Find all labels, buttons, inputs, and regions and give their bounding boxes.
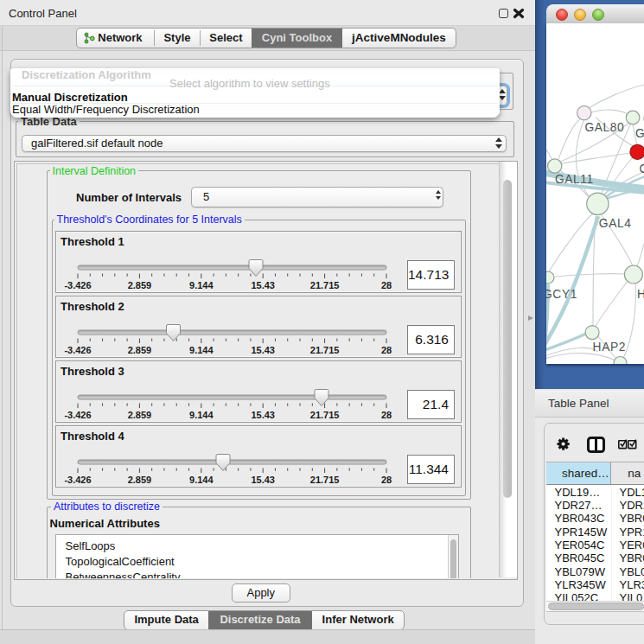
svg-text:2.859: 2.859 — [128, 410, 152, 420]
svg-text:21.715: 21.715 — [310, 475, 340, 485]
svg-text:GAL4: GAL4 — [598, 217, 631, 230]
svg-text:9.144: 9.144 — [189, 280, 214, 290]
svg-text:2.859: 2.859 — [128, 345, 152, 355]
svg-text:9.144: 9.144 — [189, 345, 214, 355]
svg-text:9.144: 9.144 — [189, 475, 214, 485]
svg-text:28: 28 — [381, 410, 392, 420]
svg-text:2.859: 2.859 — [128, 280, 152, 290]
svg-text:21.715: 21.715 — [310, 410, 340, 420]
svg-text:2.859: 2.859 — [128, 475, 152, 485]
svg-text:H: H — [637, 288, 644, 301]
svg-text:28: 28 — [381, 475, 392, 485]
svg-text:15.43: 15.43 — [251, 475, 275, 485]
svg-text:-3.426: -3.426 — [64, 345, 91, 355]
svg-text:15.43: 15.43 — [251, 345, 275, 355]
svg-text:-3.426: -3.426 — [64, 475, 91, 485]
svg-text:GCY1: GCY1 — [546, 288, 577, 301]
svg-text:GAL11: GAL11 — [554, 173, 593, 186]
svg-text:9.144: 9.144 — [189, 410, 214, 420]
svg-text:28: 28 — [381, 280, 392, 290]
svg-text:-3.426: -3.426 — [64, 280, 91, 290]
svg-text:GAL80: GAL80 — [584, 121, 624, 134]
svg-text:HAP2: HAP2 — [592, 341, 625, 354]
svg-text:C: C — [639, 163, 644, 175]
svg-text:GA: GA — [635, 127, 644, 140]
svg-text:-3.426: -3.426 — [64, 410, 91, 420]
svg-text:21.715: 21.715 — [310, 280, 340, 290]
svg-text:15.43: 15.43 — [251, 410, 275, 420]
svg-text:28: 28 — [381, 345, 392, 355]
svg-text:15.43: 15.43 — [251, 280, 275, 290]
svg-text:21.715: 21.715 — [310, 345, 340, 355]
